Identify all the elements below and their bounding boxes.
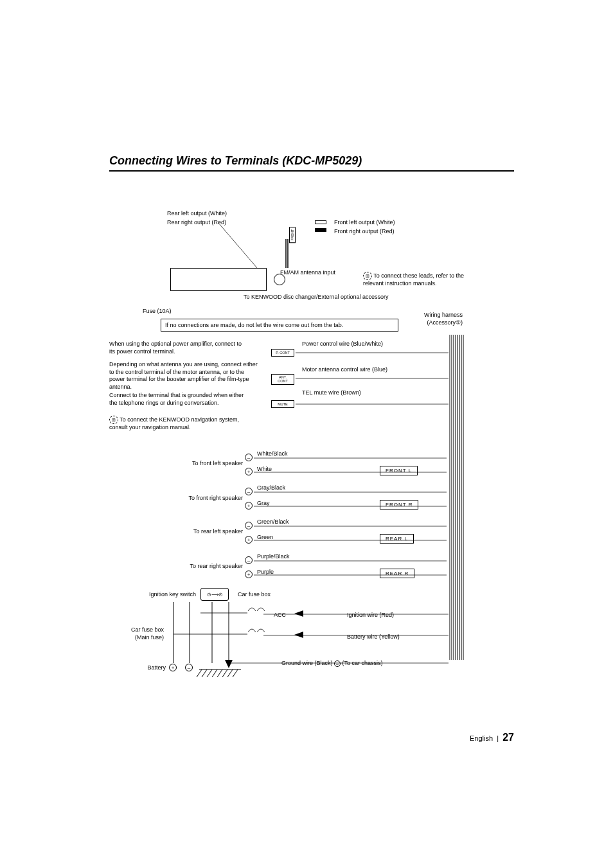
wiring-diagram: Rear left output (White) Rear right outp… [109, 210, 514, 718]
svg-line-33 [227, 669, 233, 677]
diagram-lines [109, 210, 514, 718]
page-title: Connecting Wires to Terminals (KDC-MP502… [109, 154, 514, 172]
svg-line-34 [233, 669, 238, 677]
footer-language: English [470, 734, 493, 742]
svg-line-27 [197, 669, 202, 677]
svg-line-28 [202, 669, 207, 677]
svg-line-29 [207, 669, 212, 677]
page-footer: English | 27 [470, 732, 514, 743]
svg-line-0 [218, 223, 257, 268]
svg-marker-25 [225, 660, 233, 668]
svg-line-31 [217, 669, 222, 677]
svg-line-30 [212, 669, 217, 677]
page-number: 27 [502, 732, 514, 743]
svg-line-32 [222, 669, 227, 677]
